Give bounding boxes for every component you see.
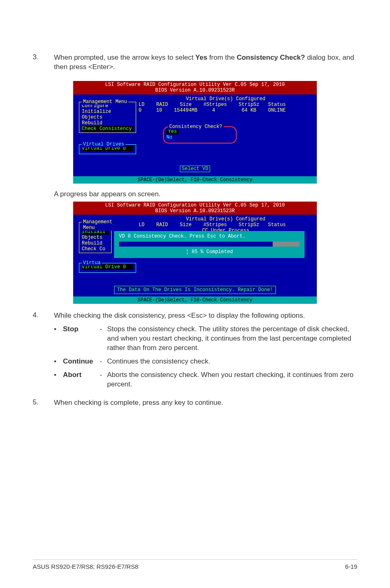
progress-message: VD 0 Consistency Check. Press Esc to Abo… xyxy=(119,233,300,239)
virtual-drives-box: Virtual Drives Virtual Drive 0 xyxy=(79,144,136,154)
vd-box-title: Virtua xyxy=(82,260,102,266)
menu-item-rebuild[interactable]: Rebuild xyxy=(82,240,109,246)
table-header-row: LD RAID Size #Stripes StripSz Status xyxy=(139,102,313,108)
step-4: 4. While checking the disk consistency, … xyxy=(33,311,357,393)
progress-bar-fill xyxy=(119,242,273,247)
bios-title-line1: LSI Software RAID Configuration Utility … xyxy=(73,82,317,88)
bold-yes: Yes xyxy=(195,54,207,61)
progress-caption: A progress bar appears on screen. xyxy=(54,190,357,198)
bios-footer-hint: SPACE-(De)Select, F10-Check Consistency xyxy=(73,296,317,304)
bullet-text: Continues the consistency check. xyxy=(107,357,357,366)
repair-done-message: The Data On The Drives Is Inconsistency.… xyxy=(114,286,276,294)
text: from the xyxy=(207,54,237,61)
vd-box-title: Virtual Drives xyxy=(82,141,126,147)
menu-item-objects[interactable]: Objects xyxy=(82,235,109,240)
text: When prompted, use the arrow keys to sel… xyxy=(54,54,195,61)
step-4-text: While checking the disk consistency, pre… xyxy=(54,311,357,321)
menu-item-rebuild[interactable]: Rebuild xyxy=(82,120,133,126)
cc-option-yes[interactable]: Yes xyxy=(166,129,179,135)
step-3-number: 3. xyxy=(33,53,43,76)
bullet-stop: • Stop - Stops the consistency check. Th… xyxy=(54,325,357,353)
bullet-abort: • Abort - Aborts the consistency check. … xyxy=(54,370,357,389)
bullet-text: Stops the consistency check. The utility… xyxy=(107,325,357,353)
table-header-row: LD RAID Size #Stripes StripSz Status xyxy=(139,222,313,228)
select-vd-button[interactable]: Select VD xyxy=(180,166,211,172)
step-5-number: 5. xyxy=(33,398,43,412)
menu-item-initialize[interactable]: Initialize xyxy=(82,109,133,114)
bullet-dash: - xyxy=(100,325,107,353)
footer-product: ASUS RS920-E7/RS8; RS926-E7/RS8 xyxy=(33,563,138,570)
virtual-drives-box: Virtua Virtual Drive 0 xyxy=(79,263,136,273)
bullet-label-stop: Stop xyxy=(63,325,100,353)
table-row: 0 10 154494MB 4 64 KB ONLINE xyxy=(139,108,313,113)
menu-item-check-co[interactable]: Check Co xyxy=(82,246,109,252)
bullet-dot-icon: • xyxy=(54,325,63,353)
bios-title-line1: LSI Software RAID Configuration Utility … xyxy=(73,202,317,208)
bios-screenshot-2: LSI Software RAID Configuration Utility … xyxy=(73,202,317,304)
progress-percent: ¦ 85 % Completed xyxy=(119,249,300,255)
cc-dialog-title: Consistency Check? xyxy=(168,124,224,130)
vd-table: Virtual Drive(s) Configured LD RAID Size… xyxy=(139,96,313,113)
bullet-dot-icon: • xyxy=(54,370,63,389)
bullet-dot-icon: • xyxy=(54,357,63,366)
step-5-text: When checking is complete, press any key… xyxy=(54,398,357,408)
bullet-text: Aborts the consistency check. When you r… xyxy=(107,370,357,389)
bios-header: LSI Software RAID Configuration Utility … xyxy=(73,81,317,94)
step-5: 5. When checking is complete, press any … xyxy=(33,398,357,412)
management-menu: Management Menu Configure Initiali Objec… xyxy=(79,222,112,253)
bold-cc: Consistency Check? xyxy=(237,54,305,61)
menu-title: Management Menu xyxy=(82,99,128,105)
bullet-dash: - xyxy=(100,370,107,389)
bios-title-line2: BIOS Version A.10.09231523R xyxy=(73,88,317,93)
progress-bar xyxy=(119,242,300,247)
step-3-text: When prompted, use the arrow keys to sel… xyxy=(54,53,357,72)
vd-configured-label: Virtual Drive(s) Configured xyxy=(139,216,313,222)
bios-title-line2: BIOS Version A.10.09231523R xyxy=(73,208,317,214)
page-footer: ASUS RS920-E7/RS8; RS926-E7/RS8 6-19 xyxy=(33,559,357,570)
bios-screenshot-1: LSI Software RAID Configuration Utility … xyxy=(73,81,317,184)
menu-item-check-consistency[interactable]: Check Consistency xyxy=(82,126,133,132)
footer-page-number: 6-19 xyxy=(345,563,357,570)
cc-option-no[interactable]: No xyxy=(166,135,233,140)
management-menu: Management Menu Configure Initialize Obj… xyxy=(79,102,136,133)
step-3: 3. When prompted, use the arrow keys to … xyxy=(33,53,357,76)
step-4-number: 4. xyxy=(33,311,43,393)
vd-configured-label: Virtual Drive(s) Configured xyxy=(139,96,313,102)
menu-item-objects[interactable]: Objects xyxy=(82,114,133,120)
bios-header: LSI Software RAID Configuration Utility … xyxy=(73,202,317,215)
bullet-dash: - xyxy=(100,357,107,366)
bullet-continue: • Continue - Continues the consistency c… xyxy=(54,357,357,366)
bullet-label-abort: Abort xyxy=(63,370,100,389)
bios-footer-hint: SPACE-(De)Select, F10-Check Consistency xyxy=(73,176,317,184)
consistency-check-dialog: Consistency Check? Yes No xyxy=(163,126,237,144)
menu-title: Management Menu xyxy=(82,219,114,231)
progress-dialog: VD 0 Consistency Check. Press Esc to Abo… xyxy=(114,231,305,258)
bullet-label-continue: Continue xyxy=(63,357,100,366)
